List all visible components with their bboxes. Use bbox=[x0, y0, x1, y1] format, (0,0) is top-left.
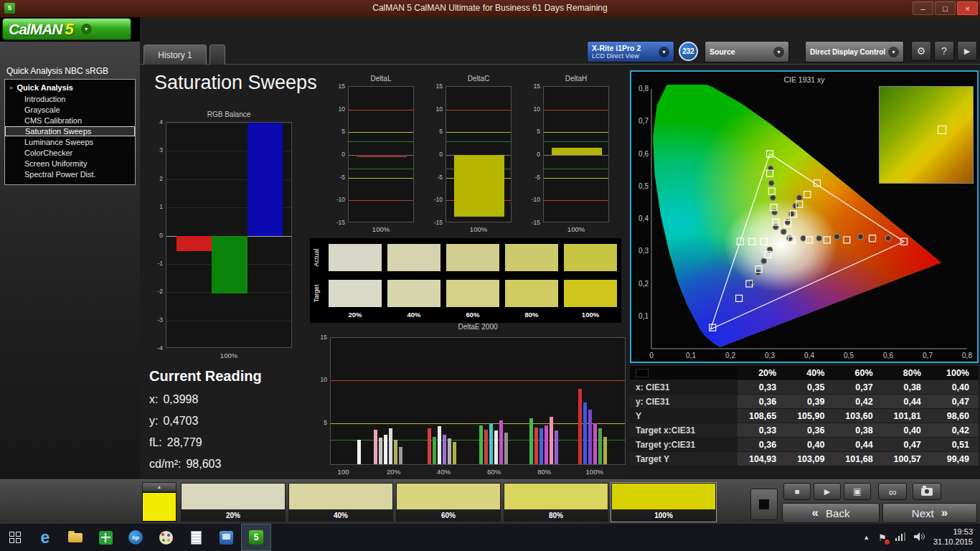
taskbar-icon-browser[interactable]: e bbox=[30, 524, 60, 551]
chart-title: DeltaC bbox=[446, 75, 512, 83]
delta-e-bar bbox=[384, 435, 387, 465]
taskbar-icon-hp[interactable]: hp bbox=[121, 524, 151, 551]
swatch-label: 40% bbox=[289, 509, 392, 521]
measured-point bbox=[834, 234, 840, 240]
play-button[interactable]: ▶ bbox=[814, 483, 841, 500]
y-tick-label: 15 bbox=[436, 83, 443, 90]
delta-e-bar bbox=[357, 440, 361, 465]
maximize-button[interactable]: □ bbox=[935, 1, 956, 15]
y-tick-label: -15 bbox=[336, 219, 345, 226]
source-dropdown[interactable]: Source ▼ bbox=[705, 41, 789, 62]
network-icon[interactable] bbox=[895, 532, 905, 542]
measured-point bbox=[816, 235, 822, 241]
delta-e-bar bbox=[588, 410, 592, 465]
clock[interactable]: 19:53 31.10.2015 bbox=[933, 527, 973, 547]
notification-flag-icon[interactable]: ⚑ bbox=[878, 532, 887, 543]
sidebar-item-cms-calibration[interactable]: CMS Calibration bbox=[5, 116, 135, 126]
y-tick-label: -5 bbox=[437, 174, 443, 181]
calman-logo[interactable]: CalMAN 5 ▼ bbox=[2, 18, 131, 40]
date: 31.10.2015 bbox=[933, 537, 973, 547]
back-button[interactable]: « Back bbox=[782, 503, 880, 523]
column-header: 40% bbox=[786, 366, 834, 380]
volume-icon[interactable] bbox=[914, 532, 925, 542]
meter-dropdown[interactable]: X-Rite i1Pro 2 LCD Direct View ▼ bbox=[587, 41, 674, 62]
logo-version: 5 bbox=[65, 20, 74, 39]
tree-root-quick-analysis[interactable]: ▸ Quick Analysis bbox=[5, 82, 135, 93]
big-stop-button[interactable] bbox=[750, 489, 778, 520]
row-label: x: CIE31 bbox=[630, 380, 738, 395]
cie-x-tick: 0,7 bbox=[923, 352, 933, 359]
swatch-color bbox=[182, 484, 285, 509]
stop-button[interactable]: ■ bbox=[783, 483, 811, 500]
settings-button[interactable]: ⚙ bbox=[911, 41, 931, 61]
sidebar-item-saturation-sweeps[interactable]: Saturation Sweeps bbox=[5, 126, 135, 136]
taskbar-icon-blue-app[interactable] bbox=[211, 524, 241, 551]
hp-icon: hp bbox=[128, 530, 143, 545]
camera-button[interactable] bbox=[913, 483, 941, 500]
sidebar-item-spectral-power-dist[interactable]: Spectral Power Dist. bbox=[5, 169, 135, 179]
delta-e-bar bbox=[399, 447, 402, 465]
frame-icon: ▣ bbox=[853, 486, 861, 496]
results-row-target-x-cie31: Target x:CIE310,330,360,380,400,42 bbox=[630, 423, 979, 438]
chart-title: DeltaH bbox=[543, 75, 609, 83]
taskbar-icon-notes[interactable] bbox=[181, 524, 211, 551]
page-title: Saturation Sweeps bbox=[154, 72, 317, 94]
x-tick-label: 80% bbox=[537, 468, 551, 476]
results-row-y: Y108,65105,90103,60101,8198,60 bbox=[630, 409, 979, 423]
next-button[interactable]: Next » bbox=[882, 503, 977, 523]
value-cell: 0,40 bbox=[882, 423, 930, 438]
help-button[interactable]: ? bbox=[934, 41, 954, 61]
plot-area bbox=[330, 337, 626, 465]
cie-x-tick: 0,3 bbox=[765, 352, 775, 359]
tab-history-1[interactable]: History 1 bbox=[143, 44, 207, 65]
frame-button[interactable]: ▣ bbox=[844, 483, 871, 500]
bottom-swatch-100[interactable]: 100% bbox=[611, 483, 716, 522]
meter-mode: LCD Direct View bbox=[592, 52, 641, 60]
taskbar-icon-explorer[interactable] bbox=[60, 524, 90, 551]
measured-point bbox=[788, 211, 794, 217]
sidebar-item-grayscale[interactable]: Grayscale bbox=[5, 105, 135, 115]
bottom-swatch-40[interactable]: 40% bbox=[288, 483, 393, 522]
sample-up-button[interactable]: ▲ bbox=[142, 482, 176, 492]
value-cell: 0,38 bbox=[834, 423, 882, 438]
zero-line bbox=[544, 155, 608, 156]
back-label: Back bbox=[826, 507, 849, 519]
taskbar-icon-calman[interactable]: 5 bbox=[241, 524, 271, 551]
minimize-button[interactable]: – bbox=[913, 1, 933, 15]
reading-label: cd/m²: bbox=[149, 458, 181, 471]
inset-target-square bbox=[938, 126, 946, 134]
start-button[interactable] bbox=[0, 524, 30, 551]
logo-dropdown-icon[interactable]: ▼ bbox=[81, 24, 92, 34]
bottom-swatch-80[interactable]: 80% bbox=[504, 483, 608, 522]
taskbar: e hp 5 ▲ ⚑ 19:53 31.10.2015 bbox=[0, 524, 980, 551]
meter-reading-badge[interactable]: 232 bbox=[679, 42, 698, 61]
y-axis: 151050-5-10-15 bbox=[527, 86, 542, 222]
time: 19:53 bbox=[933, 527, 973, 537]
taskbar-icon-paint[interactable] bbox=[151, 524, 181, 551]
tray-expand-icon[interactable]: ▲ bbox=[863, 534, 870, 541]
delta-l-chart: DeltaL 151050-5-10-15 100% bbox=[332, 75, 417, 240]
tab-stub[interactable] bbox=[209, 44, 225, 65]
sidebar-item-colorchecker[interactable]: ColorChecker bbox=[5, 148, 135, 158]
display-control-dropdown[interactable]: Direct Display Control ▼ bbox=[805, 41, 904, 62]
bottom-swatch-60[interactable]: 60% bbox=[396, 483, 501, 522]
bottom-swatch-20[interactable]: 20% bbox=[181, 483, 286, 522]
taskbar-icon-green-app[interactable] bbox=[90, 524, 121, 551]
reading-y: y:0,4703 bbox=[149, 415, 262, 428]
value-cell: 0,51 bbox=[930, 438, 979, 452]
y-tick-label: 10 bbox=[339, 105, 345, 113]
column-header: 20% bbox=[738, 366, 786, 380]
chart-title: RGB Balance bbox=[166, 110, 292, 118]
y-tick-label: 10 bbox=[436, 105, 443, 113]
row-label: Target y:CIE31 bbox=[630, 438, 738, 452]
close-button[interactable]: × bbox=[957, 1, 978, 15]
continuous-measure-button[interactable]: ∞ bbox=[878, 483, 907, 500]
gridline bbox=[166, 321, 291, 321]
swatch-actual-20 bbox=[329, 244, 382, 271]
sidebar-item-screen-uniformity[interactable]: Screen Uniformity bbox=[5, 159, 135, 169]
swatch-column-label: 20% bbox=[329, 311, 382, 319]
gear-icon: ⚙ bbox=[917, 45, 926, 57]
sidebar-item-introduction[interactable]: Introduction bbox=[5, 94, 135, 104]
sidebar-item-luminance-sweeps[interactable]: Luminance Sweeps bbox=[5, 137, 135, 147]
advance-button[interactable]: ▶ bbox=[957, 41, 977, 61]
